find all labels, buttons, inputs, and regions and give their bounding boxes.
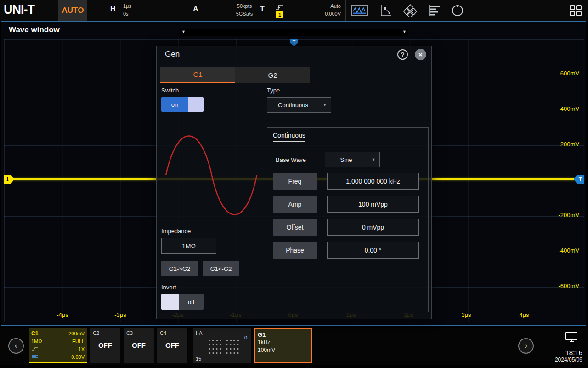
amp-button[interactable]: Amp bbox=[273, 196, 317, 213]
type-label: Type bbox=[267, 87, 280, 94]
display-icon[interactable] bbox=[565, 331, 579, 345]
chevron-down-icon: ▼ bbox=[367, 152, 379, 167]
gen-dialog: Gen ? × G1 G2 Switch on Type Continuous … bbox=[156, 46, 432, 319]
phase-button[interactable]: Phase bbox=[273, 242, 317, 259]
top-dropdown-strip[interactable]: ▼ ▼ bbox=[180, 29, 408, 36]
channel2-panel[interactable]: C2 OFF bbox=[90, 328, 120, 363]
acquisition-mode-badge[interactable]: AUTO bbox=[58, 0, 87, 21]
divider bbox=[345, 0, 346, 21]
wave-window-title: Wave window bbox=[9, 25, 60, 34]
channel1-probe: 1X bbox=[79, 346, 85, 352]
time-label: 3μs bbox=[448, 311, 485, 318]
coupling-icon bbox=[31, 354, 39, 360]
generator1-label: G1 bbox=[258, 331, 308, 339]
base-wave-dropdown[interactable]: Sine ▼ bbox=[325, 152, 380, 167]
channel1-label: C1 bbox=[31, 330, 38, 337]
channel1-panel[interactable]: C1 200mV 1MΩ FULL 1X 0.00V bbox=[29, 328, 87, 363]
trigger-mode-value: Auto bbox=[299, 2, 341, 10]
voltage-label: 200mV bbox=[560, 141, 579, 148]
switch-toggle[interactable]: on bbox=[161, 97, 204, 112]
top-toolbar: UNI-T AUTO H 1μs 0s A 50kpts 5GSa/s T 1 … bbox=[0, 0, 588, 21]
trigger-source-badge[interactable]: 1 bbox=[276, 12, 283, 18]
channel1-level-marker[interactable]: 1 bbox=[4, 175, 14, 184]
divider bbox=[186, 0, 186, 21]
voltage-label: -600mV bbox=[558, 282, 579, 289]
help-icon[interactable]: ? bbox=[397, 49, 408, 60]
invert-toggle-state: off bbox=[179, 294, 204, 310]
dialog-title: Gen bbox=[165, 50, 180, 59]
channel3-panel[interactable]: C3 OFF bbox=[124, 328, 154, 363]
channel1-scale: 200mV bbox=[68, 331, 85, 336]
channel3-status: OFF bbox=[124, 341, 154, 349]
waveform-preview-sine bbox=[164, 128, 260, 224]
acquire-label[interactable]: A bbox=[193, 5, 198, 13]
trigger-label[interactable]: T bbox=[260, 5, 265, 13]
generator1-panel[interactable]: G1 1kHz 100mV bbox=[254, 328, 312, 363]
freq-button[interactable]: Freq bbox=[273, 173, 317, 190]
channel4-label: C4 bbox=[160, 330, 166, 336]
time-label: -4μs bbox=[44, 311, 81, 318]
continuous-panel: Continuous Base Wave Sine ▼ Freq 1.000 0… bbox=[267, 127, 429, 312]
trigger-level-marker[interactable]: T bbox=[574, 175, 584, 184]
logic-analyzer-panel[interactable]: LA 0 15 bbox=[193, 328, 251, 363]
la-value-top: 0 bbox=[244, 335, 247, 340]
amp-value[interactable]: 100 mVpp bbox=[327, 196, 419, 213]
la-channel-dots bbox=[208, 339, 241, 354]
time-label: -3μs bbox=[102, 311, 139, 318]
waveform-screen-icon[interactable] bbox=[350, 2, 369, 19]
trigger-position-marker[interactable]: T bbox=[290, 39, 298, 46]
type-dropdown[interactable]: Continuous ▼ bbox=[267, 97, 331, 113]
gen-tab-bar: G1 G2 bbox=[160, 67, 310, 83]
invert-toggle[interactable]: off bbox=[161, 294, 204, 310]
sample-rate-value: 5GSa/s bbox=[226, 10, 263, 18]
phase-value[interactable]: 0.00 ° bbox=[327, 242, 419, 259]
channel1-bandwidth: FULL bbox=[72, 339, 85, 344]
impedance-button[interactable]: 1MΩ bbox=[161, 238, 216, 254]
acquire-values[interactable]: 50kpts 5GSa/s bbox=[226, 2, 263, 18]
voltage-label: 400mV bbox=[560, 105, 579, 112]
checkerboard-icon[interactable] bbox=[401, 2, 420, 19]
histogram-icon[interactable] bbox=[425, 2, 444, 19]
invert-label: Invert bbox=[161, 284, 176, 291]
tab-g1[interactable]: G1 bbox=[160, 67, 235, 83]
generator1-amp: 100mV bbox=[258, 346, 308, 354]
xy-plot-icon[interactable] bbox=[376, 2, 395, 19]
base-wave-label: Base Wave bbox=[276, 156, 306, 163]
trigger-level-value: 0.000V bbox=[299, 10, 341, 18]
tab-g2[interactable]: G2 bbox=[235, 67, 310, 83]
channel1-offset: 0.00V bbox=[71, 354, 85, 360]
window-layout-icon[interactable] bbox=[566, 2, 585, 19]
dropdown-arrow-icon[interactable]: ▼ bbox=[402, 29, 407, 34]
channel4-status: OFF bbox=[157, 341, 187, 349]
prev-page-button[interactable]: ‹ bbox=[8, 338, 24, 354]
trigger-values[interactable]: Auto 0.000V bbox=[299, 2, 341, 18]
offset-button[interactable]: Offset bbox=[273, 219, 317, 236]
invert-toggle-knob bbox=[161, 294, 179, 310]
next-page-button[interactable]: › bbox=[518, 338, 534, 354]
offset-value[interactable]: 0 mVpp bbox=[327, 219, 419, 236]
switch-label: Switch bbox=[161, 87, 179, 94]
switch-toggle-state: on bbox=[161, 97, 188, 112]
base-wave-value: Sine bbox=[325, 156, 367, 163]
chevron-left-icon: ‹ bbox=[15, 340, 17, 351]
channel4-panel[interactable]: C4 OFF bbox=[157, 328, 187, 363]
voltage-label: -200mV bbox=[558, 212, 579, 218]
close-icon[interactable]: × bbox=[415, 49, 426, 60]
switch-toggle-knob bbox=[188, 97, 204, 112]
time-label: 4μs bbox=[506, 311, 543, 318]
channel2-status: OFF bbox=[90, 341, 120, 349]
circle-tool-icon[interactable] bbox=[448, 2, 467, 19]
chevron-right-icon: › bbox=[525, 340, 527, 351]
channel3-label: C3 bbox=[126, 330, 133, 336]
channel1-impedance: 1MΩ bbox=[31, 339, 42, 344]
clock-date: 2024/05/09 bbox=[555, 356, 582, 363]
copy-g2-to-g1-button[interactable]: G1<-G2 bbox=[203, 261, 239, 276]
dropdown-arrow-icon[interactable]: ▼ bbox=[181, 29, 186, 34]
generator1-freq: 1kHz bbox=[258, 339, 308, 346]
horizontal-values[interactable]: 1μs 0s bbox=[123, 2, 131, 18]
la-label: LA bbox=[196, 330, 203, 337]
horizontal-label[interactable]: H bbox=[110, 5, 116, 13]
voltage-label: 600mV bbox=[560, 70, 579, 77]
copy-g1-to-g2-button[interactable]: G1->G2 bbox=[161, 261, 198, 276]
freq-value[interactable]: 1.000 000 000 kHz bbox=[327, 173, 419, 190]
